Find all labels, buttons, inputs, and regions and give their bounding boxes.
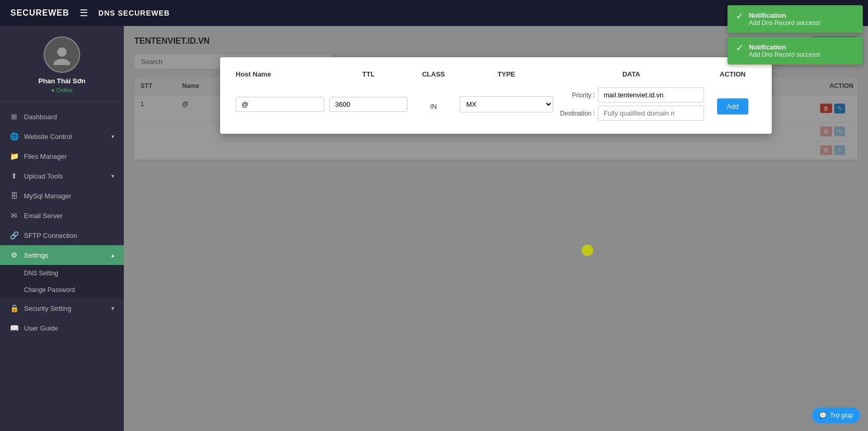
check-icon-1: ✓ xyxy=(736,11,744,21)
modal-header-type: TYPE xyxy=(459,70,553,83)
guide-icon: 📖 xyxy=(9,324,19,332)
sidebar-item-dns-setting[interactable]: DNS Setting xyxy=(0,265,124,282)
sidebar-item-label-mysql: MySql Manager xyxy=(24,192,71,200)
modal-type-field: MX A AAAA CNAME TXT NS xyxy=(459,96,553,112)
files-icon: 📁 xyxy=(9,152,19,160)
notification-2: ✓ Notification Add Dns Record success! xyxy=(727,37,863,65)
modal-data-section: Priority : Destination : xyxy=(558,87,704,121)
sidebar-item-email-server[interactable]: ✉ Email Server xyxy=(0,206,124,225)
check-icon-2: ✓ xyxy=(736,43,744,53)
modal-header-action: ACTION xyxy=(709,70,756,83)
sidebar-item-settings[interactable]: ⚙ Settings ▴ xyxy=(0,245,124,265)
sidebar-item-label-upload: Upload Tools xyxy=(24,172,63,180)
settings-submenu: DNS Setting Change Password xyxy=(0,265,124,298)
layout: Phan Thái Sơn Online ⊞ Dashboard 🌐 Websi… xyxy=(0,26,868,431)
security-icon: 🔒 xyxy=(9,304,19,312)
sidebar-item-label-email: Email Server xyxy=(24,212,62,220)
support-button[interactable]: 💬 Trợ giúp xyxy=(812,408,860,423)
sidebar: Phan Thái Sơn Online ⊞ Dashboard 🌐 Websi… xyxy=(0,26,124,431)
notif-title-1: Notification xyxy=(749,11,821,19)
modal-overlay: Host Name TTL CLASS TYPE DATA ACTION IN xyxy=(124,26,868,431)
dashboard-icon: ⊞ xyxy=(9,112,19,121)
modal-hostname-field xyxy=(236,97,324,112)
website-control-icon: 🌐 xyxy=(9,132,19,141)
sidebar-item-user-guide[interactable]: 📖 User Guide xyxy=(0,318,124,338)
sidebar-item-label-files: Files Manager xyxy=(24,153,67,160)
dns-modal: Host Name TTL CLASS TYPE DATA ACTION IN xyxy=(220,57,772,134)
sidebar-item-website-control[interactable]: 🌐 Website Control ▾ xyxy=(0,126,124,146)
sidebar-item-dashboard[interactable]: ⊞ Dashboard xyxy=(0,107,124,126)
email-icon: ✉ xyxy=(9,211,19,220)
profile-status: Online xyxy=(51,87,73,93)
profile-name: Phan Thái Sơn xyxy=(39,77,85,85)
navbar-title: DNS SECUREWEB xyxy=(98,9,170,17)
modal-class-value: IN xyxy=(413,98,454,110)
hostname-input[interactable] xyxy=(236,97,324,112)
brand-logo: SECUREWEB xyxy=(10,8,69,18)
destination-label: Destination : xyxy=(558,110,595,117)
modal-add-button[interactable]: Add xyxy=(717,98,748,115)
modal-header-class: CLASS xyxy=(413,70,454,83)
sidebar-item-upload-tools[interactable]: ⬆ Upload Tools ▾ xyxy=(0,166,124,186)
sidebar-item-label-website: Website Control xyxy=(24,133,72,141)
priority-label: Priority : xyxy=(558,92,595,99)
notifications-container: ✓ Notification Add Dns Record success! ✓… xyxy=(727,5,863,65)
modal-header-hostname: Host Name xyxy=(236,70,324,83)
sidebar-nav: ⊞ Dashboard 🌐 Website Control ▾ 📁 Files … xyxy=(0,102,124,343)
sidebar-item-label-settings: Settings xyxy=(24,251,48,259)
chevron-up-icon-settings: ▴ xyxy=(111,252,114,259)
notif-msg-1: Add Dns Record success! xyxy=(749,19,821,27)
sidebar-item-sftp[interactable]: 🔗 SFTP Connection xyxy=(0,225,124,245)
destination-input[interactable] xyxy=(598,106,704,121)
sidebar-item-label-security: Security Setting xyxy=(24,305,71,312)
chevron-down-icon-security: ▾ xyxy=(111,305,114,312)
sidebar-profile: Phan Thái Sơn Online xyxy=(0,26,124,102)
notification-1: ✓ Notification Add Dns Record success! xyxy=(727,5,863,33)
sidebar-item-mysql[interactable]: 🗄 MySql Manager xyxy=(0,186,124,206)
type-select[interactable]: MX A AAAA CNAME TXT NS xyxy=(459,96,553,112)
sidebar-item-security-setting[interactable]: 🔒 Security Setting ▾ xyxy=(0,298,124,318)
ttl-input[interactable] xyxy=(329,97,407,112)
modal-header-ttl: TTL xyxy=(329,70,407,83)
chevron-down-icon-upload: ▾ xyxy=(111,173,114,180)
modal-header-data: DATA xyxy=(558,70,704,83)
priority-input[interactable] xyxy=(598,87,704,103)
notif-msg-2: Add Dns Record success! xyxy=(749,51,821,58)
svg-point-0 xyxy=(57,47,67,57)
sidebar-item-label-sftp: SFTP Connection xyxy=(24,232,77,239)
sidebar-item-label-dashboard: Dashboard xyxy=(24,113,57,121)
sidebar-item-files-manager[interactable]: 📁 Files Manager xyxy=(0,146,124,166)
sftp-icon: 🔗 xyxy=(9,231,19,239)
support-icon: 💬 xyxy=(819,412,827,419)
upload-icon: ⬆ xyxy=(9,172,19,180)
avatar xyxy=(44,36,80,73)
chevron-down-icon-website: ▾ xyxy=(111,133,114,140)
settings-icon: ⚙ xyxy=(9,251,19,259)
support-label: Trợ giúp xyxy=(830,412,853,419)
menu-icon[interactable]: ☰ xyxy=(80,7,88,19)
sidebar-item-change-password[interactable]: Change Password xyxy=(0,282,124,298)
modal-ttl-field xyxy=(329,97,407,112)
mysql-icon: 🗄 xyxy=(9,192,19,200)
main-content: TENTENVIET.ID.VN 🔍 + Add new STT Name TT… xyxy=(124,26,868,431)
notif-title-2: Notification xyxy=(749,43,821,51)
svg-point-1 xyxy=(54,59,70,65)
sidebar-item-label-guide: User Guide xyxy=(24,324,58,332)
